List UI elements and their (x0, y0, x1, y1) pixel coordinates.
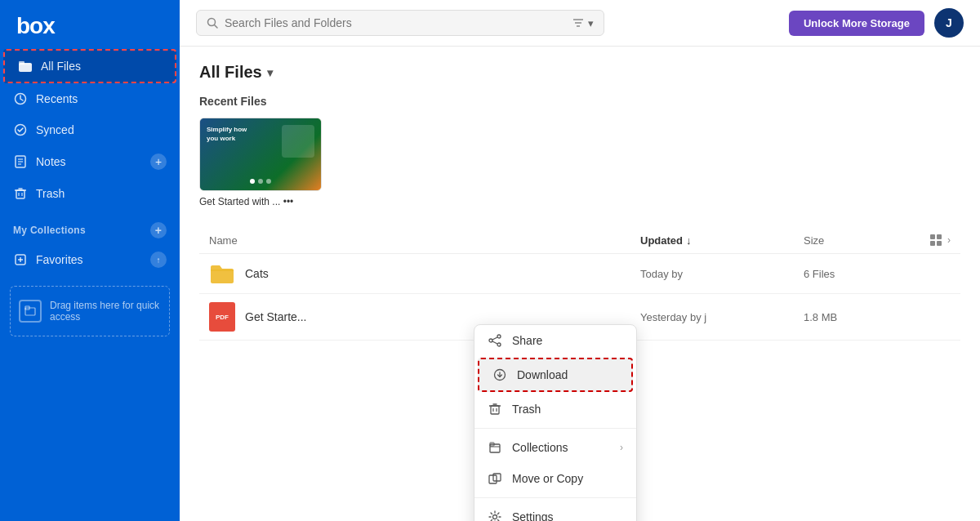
main-area: ▾ Unlock More Storage J All Files ▾ Rece… (180, 0, 980, 521)
ctx-item-share[interactable]: Share (474, 325, 636, 356)
thumb-name: Get Started with ... ••• (199, 196, 322, 207)
svg-rect-32 (491, 406, 499, 414)
col-name-header: Name (209, 234, 640, 247)
page-title[interactable]: All Files ▾ (199, 63, 960, 82)
ctx-item-trash[interactable]: Trash (474, 394, 636, 425)
move-copy-icon (488, 471, 502, 486)
collections-arrow: › (620, 442, 623, 453)
thumb-graphic (282, 125, 314, 158)
favorites-upload-button[interactable]: ↑ (150, 252, 167, 268)
expand-icon[interactable]: › (947, 234, 951, 246)
ctx-item-download[interactable]: Download (478, 358, 633, 392)
synced-label: Synced (36, 123, 167, 136)
sort-icon: ↓ (686, 234, 692, 247)
pdf-updated: Yesterday by j (640, 311, 804, 323)
sidebar-item-notes[interactable]: Notes + (0, 145, 180, 178)
box-logo[interactable]: box (16, 13, 55, 39)
settings-label: Settings (512, 510, 623, 521)
notes-icon (13, 154, 28, 169)
drag-drop-area: Drag items here for quick access (10, 286, 170, 336)
svg-point-28 (497, 343, 501, 346)
sidebar-item-favorites[interactable]: Favorites ↑ (0, 243, 180, 276)
folder-icon (18, 59, 33, 73)
search-bar[interactable]: ▾ (196, 10, 604, 36)
collections-ctx-label: Collections (512, 441, 610, 454)
share-label: Share (512, 334, 623, 347)
my-collections-section: My Collections + (0, 209, 180, 243)
svg-rect-15 (25, 308, 35, 315)
file-row-cats[interactable]: Cats Today by 6 Files (199, 254, 960, 294)
logo-area: box (0, 0, 180, 49)
svg-line-29 (492, 337, 497, 340)
filter-icon (572, 16, 585, 29)
sidebar: box All Files Recents S (0, 0, 180, 521)
thumb-name-text: Get Started with ... ••• (199, 196, 293, 207)
clock-icon (13, 91, 28, 106)
share-icon (488, 333, 502, 348)
collections-add-button[interactable]: + (150, 222, 167, 238)
sidebar-item-trash[interactable]: Trash (0, 178, 180, 209)
ctx-divider-1 (474, 428, 636, 429)
move-copy-label: Move or Copy (512, 472, 623, 485)
recent-file-thumb[interactable]: Simplify howyou work Get Started with ..… (199, 118, 322, 207)
svg-line-30 (492, 341, 497, 344)
svg-point-40 (493, 515, 497, 519)
all-files-label: All Files (41, 60, 162, 73)
svg-point-26 (497, 335, 501, 338)
cats-size: 6 Files (804, 268, 902, 280)
notes-label: Notes (36, 155, 142, 168)
download-icon (492, 367, 507, 382)
col-actions-header: › (902, 234, 951, 247)
sidebar-item-synced[interactable]: Synced (0, 114, 180, 145)
trash-ctx-label: Trash (512, 403, 623, 416)
recent-files-title: Recent Files (199, 95, 960, 108)
ctx-divider-2 (474, 497, 636, 498)
svg-rect-1 (19, 61, 24, 65)
folder-icon-cats (209, 262, 235, 285)
sidebar-item-recents[interactable]: Recents (0, 83, 180, 114)
page-title-chevron: ▾ (267, 66, 273, 79)
thumb-dots (250, 179, 271, 184)
cats-filename: Cats (245, 267, 640, 280)
favorites-icon (13, 252, 28, 267)
unlock-storage-button[interactable]: Unlock More Storage (789, 11, 924, 36)
col-updated-header[interactable]: Updated ↓ (640, 234, 804, 247)
thumb-image: Simplify howyou work (199, 118, 322, 191)
search-input[interactable] (225, 16, 565, 29)
svg-rect-22 (930, 234, 935, 239)
svg-line-18 (215, 25, 218, 29)
sync-icon (13, 122, 28, 137)
recent-files-list: Simplify howyou work Get Started with ..… (199, 118, 960, 207)
ctx-item-collections[interactable]: Collections › (474, 432, 636, 463)
filter-button[interactable]: ▾ (572, 16, 594, 29)
header-right: Unlock More Storage J (789, 8, 964, 38)
ctx-item-settings[interactable]: Settings (474, 501, 636, 521)
header: ▾ Unlock More Storage J (180, 0, 980, 47)
pdf-icon: PDF (209, 302, 235, 332)
grid-icon[interactable] (929, 234, 942, 247)
recents-label: Recents (36, 92, 167, 105)
collections-icon (488, 440, 502, 455)
my-collections-label: My Collections (13, 225, 86, 236)
search-icon (207, 17, 218, 29)
col-size-header: Size (804, 234, 902, 247)
drag-icon (19, 300, 42, 323)
ctx-item-move-copy[interactable]: Move or Copy (474, 463, 636, 494)
svg-rect-24 (930, 241, 935, 246)
trash-label: Trash (36, 187, 167, 200)
sidebar-item-all-files[interactable]: All Files (3, 49, 176, 83)
dot-1 (250, 179, 255, 184)
notes-add-button[interactable]: + (150, 154, 167, 170)
files-list-header: Name Updated ↓ Size › (199, 227, 960, 254)
svg-point-27 (489, 339, 492, 342)
thumb-text: Simplify howyou work (207, 125, 247, 143)
context-menu: Share Download (474, 324, 637, 521)
user-avatar[interactable]: J (934, 8, 964, 38)
settings-icon (488, 510, 502, 521)
drag-label: Drag items here for quick access (50, 300, 161, 323)
favorites-label: Favorites (36, 253, 142, 266)
dot-2 (258, 179, 263, 184)
content-area: All Files ▾ Recent Files Simplify howyou… (180, 47, 980, 521)
trash-icon (13, 186, 28, 201)
download-label: Download (517, 368, 618, 381)
